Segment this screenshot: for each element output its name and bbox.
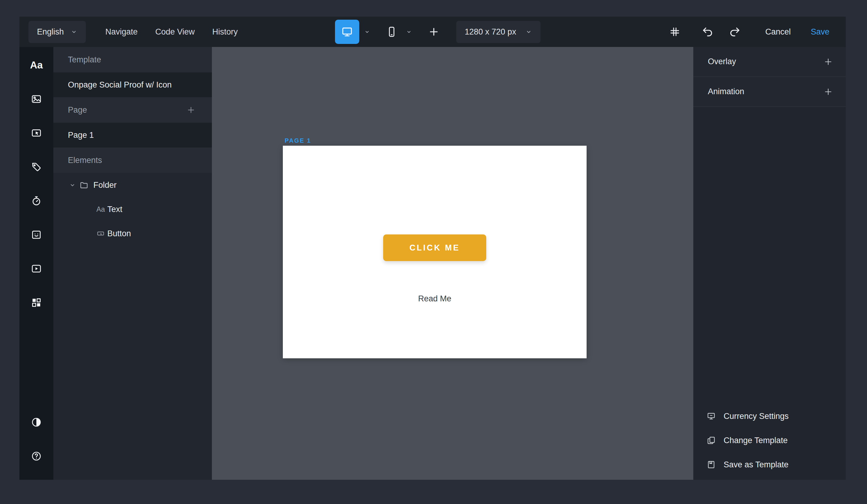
chevron-down-icon [364, 29, 370, 35]
desktop-view-button[interactable] [335, 20, 359, 44]
change-template-button[interactable]: Change Template [693, 428, 846, 452]
tree-item-button[interactable]: Button [53, 221, 212, 245]
redo-icon [729, 26, 741, 38]
template-header-label: Template [68, 55, 101, 65]
plus-icon [428, 26, 440, 37]
viewport-size-label: 1280 x 720 px [465, 27, 516, 37]
text-element-label: Text [107, 205, 122, 214]
inspector-footer: Currency Settings Change Template Save a… [693, 400, 846, 480]
topbar-menu: Navigate Code View History [97, 21, 247, 43]
image-icon [31, 93, 42, 105]
undo-button[interactable] [699, 20, 716, 44]
contrast-icon [31, 416, 42, 428]
chevron-down-icon [71, 29, 77, 35]
redo-button[interactable] [726, 20, 743, 44]
language-selector[interactable]: English [29, 21, 86, 43]
mobile-view-button[interactable] [382, 20, 401, 44]
text-tool-button[interactable]: Aa [25, 54, 47, 76]
add-animation-button[interactable] [823, 87, 833, 97]
template-name-label: Onpage Social Proof w/ Icon [68, 80, 172, 90]
cta-button[interactable]: CLICK ME [383, 234, 486, 261]
topbar-right: Cancel Save [666, 20, 833, 44]
elements-header-label: Elements [68, 156, 102, 165]
widgets-grid-icon [31, 297, 42, 308]
artboard[interactable]: CLICK ME Read Me [283, 146, 587, 358]
device-toolbar: 1280 x 720 px [335, 17, 540, 47]
save-as-template-button[interactable]: Save as Template [693, 452, 846, 477]
inspector-empty-area [693, 107, 846, 400]
timer-icon [31, 195, 42, 207]
template-item[interactable]: Onpage Social Proof w/ Icon [53, 73, 212, 97]
tool-rail: Aa [19, 47, 53, 480]
image-tool-button[interactable] [25, 88, 47, 110]
add-viewport-button[interactable] [425, 20, 442, 44]
button-element-label: Button [107, 229, 131, 238]
tag-icon [31, 161, 42, 173]
chevron-down-icon[interactable] [69, 182, 76, 188]
video-icon [31, 263, 42, 274]
save-button[interactable]: Save [807, 21, 833, 43]
desktop-view-dropdown[interactable] [362, 20, 373, 44]
topbar: English Navigate Code View History [19, 17, 846, 47]
menu-navigate[interactable]: Navigate [97, 21, 147, 43]
language-label: English [37, 27, 64, 37]
mobile-icon [386, 26, 398, 38]
page-section-header: Page [53, 97, 212, 123]
banner-tool-button[interactable] [25, 122, 47, 144]
contrast-toggle-button[interactable] [25, 411, 47, 433]
help-button[interactable] [25, 445, 47, 467]
overlay-label: Overlay [708, 57, 736, 66]
chevron-down-icon [406, 29, 412, 35]
menu-code-view[interactable]: Code View [147, 21, 203, 43]
copy-pages-icon [707, 436, 716, 445]
page-header-label: Page [68, 106, 87, 115]
currency-settings-button[interactable]: Currency Settings [693, 404, 846, 428]
product-box-icon [31, 229, 42, 241]
currency-settings-label: Currency Settings [724, 412, 789, 421]
animation-section-row[interactable]: Animation [693, 77, 846, 107]
folder-icon [79, 180, 88, 190]
elements-section-header: Elements [53, 147, 212, 173]
readme-link[interactable]: Read Me [283, 294, 587, 304]
main-area: Aa [19, 47, 846, 480]
text-element-icon: Aa [96, 205, 107, 213]
inspector-panel: Overlay Animation Currency Settings [693, 47, 846, 480]
save-as-template-label: Save as Template [724, 460, 789, 470]
text-tool-icon: Aa [30, 59, 43, 71]
animation-label: Animation [708, 87, 744, 96]
timer-tool-button[interactable] [25, 190, 47, 212]
widgets-tool-button[interactable] [25, 292, 47, 314]
page-name-label: Page 1 [68, 131, 94, 140]
add-page-button[interactable] [186, 106, 195, 114]
button-element-icon [96, 229, 107, 238]
artboard-page-label: PAGE 1 [285, 137, 311, 144]
viewport-size-selector[interactable]: 1280 x 720 px [456, 21, 540, 43]
canvas[interactable]: PAGE 1 CLICK ME Read Me [212, 47, 693, 480]
desktop-icon [341, 26, 353, 38]
currency-monitor-icon [707, 412, 716, 421]
cancel-button[interactable]: Cancel [762, 21, 794, 43]
tree-item-text[interactable]: Aa Text [53, 197, 212, 221]
tree-item-folder[interactable]: Folder [53, 173, 212, 197]
menu-history[interactable]: History [203, 21, 246, 43]
page-item[interactable]: Page 1 [53, 123, 212, 147]
product-tool-button[interactable] [25, 224, 47, 245]
editor-window: English Navigate Code View History [19, 17, 846, 480]
change-template-label: Change Template [724, 436, 788, 445]
chevron-down-icon [525, 29, 532, 35]
overlay-section-row[interactable]: Overlay [693, 47, 846, 77]
undo-icon [702, 26, 714, 38]
layers-sidebar: Template Onpage Social Proof w/ Icon Pag… [53, 47, 212, 480]
mobile-view-dropdown[interactable] [404, 20, 414, 44]
add-overlay-button[interactable] [823, 57, 833, 67]
template-section-header: Template [53, 47, 212, 73]
grid-toggle-button[interactable] [666, 20, 683, 44]
video-tool-button[interactable] [25, 258, 47, 280]
topbar-left: English Navigate Code View History [29, 21, 246, 43]
banner-pointer-icon [31, 127, 42, 139]
tag-tool-button[interactable] [25, 156, 47, 178]
grid-icon [669, 26, 681, 37]
folder-label: Folder [93, 180, 117, 190]
save-document-icon [707, 460, 716, 469]
rail-bottom [25, 411, 47, 480]
